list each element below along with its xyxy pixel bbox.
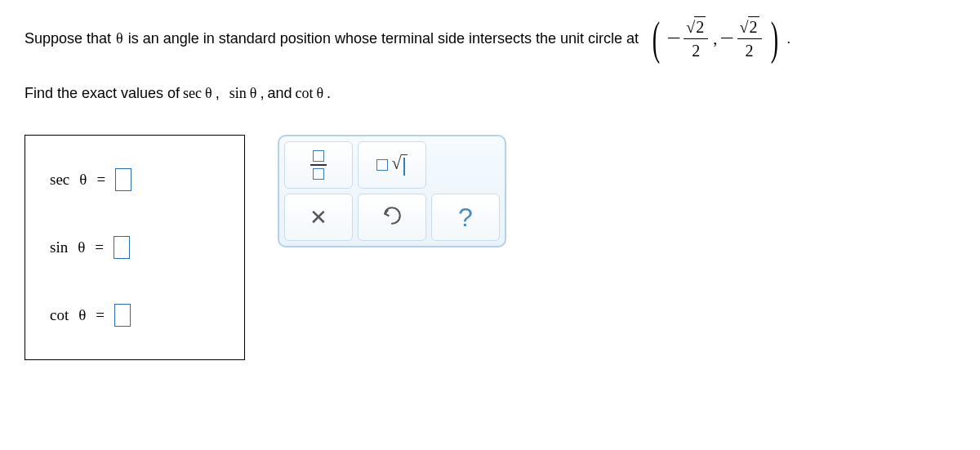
fraction-button[interactable] (284, 141, 353, 189)
x-icon: ✕ (310, 205, 327, 230)
prompt-and: and (267, 85, 292, 102)
equals: = (95, 238, 104, 256)
coord-comma: , (713, 29, 717, 48)
question-period: . (786, 30, 791, 47)
prompt-sep2: , (260, 85, 264, 102)
undo-icon (381, 205, 403, 230)
prompt-period: . (327, 85, 331, 102)
y-sign: − (720, 28, 734, 49)
coordinate-point: ( − √ 2 2 , − √ 2 2 ) (648, 16, 782, 60)
right-paren: ) (770, 20, 777, 57)
prompt-sep1: , (216, 85, 220, 102)
fn-sec: sec (183, 85, 202, 102)
theta-symbol: θ (78, 306, 86, 324)
work-area: secθ = sinθ = cotθ = (24, 135, 956, 360)
x-sign: − (666, 28, 680, 49)
label-sin: sin (50, 238, 68, 256)
sqrt-icon: √ 2 (686, 16, 706, 37)
label-cot: cot (50, 306, 69, 324)
toolbar-row-2: ✕ ? (284, 194, 500, 241)
theta-symbol: θ (250, 85, 257, 102)
x-fraction: √ 2 2 (684, 16, 708, 60)
undo-button[interactable] (358, 194, 426, 241)
theta-symbol: θ (205, 85, 212, 102)
fn-sin: sin (229, 85, 247, 102)
help-button[interactable]: ? (431, 194, 500, 241)
sqrt-icon: √ 2 (740, 16, 760, 37)
fn-cot: cot (295, 85, 313, 102)
theta-symbol: θ (316, 85, 323, 102)
y-fraction: √ 2 2 (737, 16, 762, 60)
question-text-mid: is an angle in standard position whose t… (128, 30, 639, 47)
equals: = (96, 171, 105, 189)
question-line: Suppose that θ is an angle in standard p… (24, 16, 956, 60)
input-sec[interactable] (115, 168, 131, 191)
theta-symbol: θ (79, 171, 87, 189)
sqrt-icon: √ (376, 154, 407, 176)
input-sin[interactable] (114, 236, 130, 259)
answer-box: secθ = sinθ = cotθ = (24, 135, 245, 360)
label-sec: sec (50, 171, 69, 189)
toolbar-row-1: √ (284, 141, 500, 189)
equals: = (96, 306, 105, 324)
theta-symbol: θ (78, 238, 85, 256)
math-toolbar: √ ✕ ? (278, 135, 506, 247)
prompt-prefix: Find the exact values of (24, 85, 180, 102)
prompt-line: Find the exact values of sec θ , sin θ ,… (24, 85, 956, 102)
question-text-prefix: Suppose that (24, 30, 111, 47)
answer-row-sec: secθ = (50, 168, 203, 191)
clear-button[interactable]: ✕ (284, 194, 353, 241)
fraction-icon (310, 150, 327, 180)
input-cot[interactable] (114, 304, 131, 327)
left-paren: ( (653, 20, 660, 57)
sqrt-button[interactable]: √ (358, 141, 426, 189)
answer-row-cot: cotθ = (50, 304, 203, 327)
theta-symbol: θ (116, 30, 123, 47)
answer-row-sin: sinθ = (50, 236, 203, 259)
help-icon: ? (458, 203, 473, 233)
